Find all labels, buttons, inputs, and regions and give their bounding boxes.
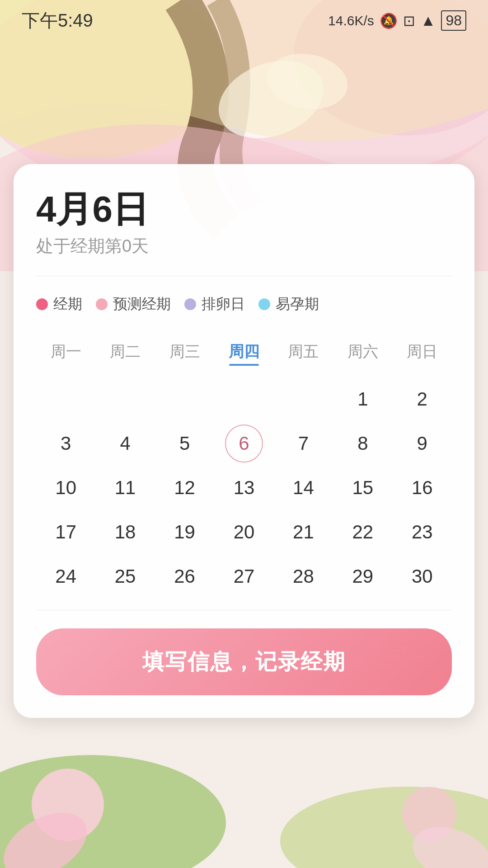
cal-day-21[interactable]: 21 (274, 512, 333, 552)
mute-icon: 🔕 (380, 12, 398, 29)
cal-day-23[interactable]: 23 (393, 512, 452, 552)
cal-day-28[interactable]: 28 (274, 557, 333, 596)
cal-day-6[interactable]: 6 (214, 424, 273, 463)
cal-day-13[interactable]: 13 (214, 468, 273, 508)
predicted-label: 预测经期 (113, 294, 171, 314)
top-divider (36, 276, 452, 276)
record-period-button[interactable]: 填写信息，记录经期 (36, 628, 452, 695)
wifi-icon: ▲ (421, 12, 436, 29)
weekday-headers: 周一 周二 周三 周四 周五 周六 周日 (36, 337, 452, 370)
bottom-divider (36, 610, 452, 610)
weekday-thu: 周四 (214, 337, 273, 370)
period-dot (36, 298, 48, 310)
period-label: 经期 (53, 294, 82, 314)
cal-day-22[interactable]: 22 (333, 512, 392, 552)
date-title: 4月6日 (36, 191, 452, 227)
cal-day-20[interactable]: 20 (214, 512, 273, 552)
legend-fertile: 易孕期 (258, 294, 319, 314)
cal-day-12[interactable]: 12 (155, 468, 214, 508)
cal-day-empty2[interactable] (95, 379, 155, 419)
legend-period: 经期 (36, 294, 82, 314)
status-time: 下午5:49 (22, 8, 93, 33)
cal-day-empty4[interactable] (214, 379, 273, 419)
cal-day-11[interactable]: 11 (95, 468, 155, 508)
cal-day-7[interactable]: 7 (274, 424, 333, 463)
legend-ovulation: 排卵日 (184, 294, 245, 314)
sim-icon: ⊡ (403, 12, 415, 29)
weekday-fri: 周五 (274, 337, 333, 370)
cal-day-14[interactable]: 14 (274, 468, 333, 508)
ovulation-dot (184, 298, 196, 310)
cal-day-3[interactable]: 3 (36, 424, 95, 463)
cal-day-10[interactable]: 10 (36, 468, 95, 508)
cal-day-30[interactable]: 30 (393, 557, 452, 596)
calendar-legend: 经期 预测经期 排卵日 易孕期 (36, 294, 452, 314)
fertile-dot (258, 298, 270, 310)
cal-day-27[interactable]: 27 (214, 557, 273, 596)
cal-day-16[interactable]: 16 (393, 468, 452, 508)
status-bar: 下午5:49 14.6K/s 🔕 ⊡ ▲ 98 (0, 0, 488, 38)
weekday-wed: 周三 (155, 337, 214, 370)
weekday-sun: 周日 (393, 337, 452, 370)
weekday-sat: 周六 (333, 337, 392, 370)
cal-day-5[interactable]: 5 (155, 424, 214, 463)
cal-day-empty1[interactable] (36, 379, 95, 419)
cal-day-9[interactable]: 9 (393, 424, 452, 463)
battery-icon: 98 (441, 10, 466, 31)
ovulation-label: 排卵日 (202, 294, 245, 314)
cal-day-8[interactable]: 8 (333, 424, 392, 463)
network-speed: 14.6K/s (328, 13, 374, 28)
cal-day-29[interactable]: 29 (333, 557, 392, 596)
weekday-tue: 周二 (95, 337, 155, 370)
cal-day-2[interactable]: 2 (393, 379, 452, 419)
cal-day-1[interactable]: 1 (333, 379, 392, 419)
legend-predicted: 预测经期 (96, 294, 171, 314)
cal-day-15[interactable]: 15 (333, 468, 392, 508)
cal-day-24[interactable]: 24 (36, 557, 95, 596)
calendar-card: 4月6日 处于经期第0天 经期 预测经期 排卵日 易孕期 周一 周二 周三 周四… (14, 164, 474, 718)
fertile-label: 易孕期 (276, 294, 319, 314)
cal-day-25[interactable]: 25 (95, 557, 155, 596)
cal-day-empty5[interactable] (274, 379, 333, 419)
cal-day-17[interactable]: 17 (36, 512, 95, 552)
cal-day-19[interactable]: 19 (155, 512, 214, 552)
date-subtitle: 处于经期第0天 (36, 235, 452, 258)
weekday-mon: 周一 (36, 337, 95, 370)
cal-day-18[interactable]: 18 (95, 512, 155, 552)
predicted-dot (96, 298, 108, 310)
calendar-grid: 1 2 3 4 5 6 7 8 9 10 11 12 13 14 15 16 1… (36, 379, 452, 596)
cal-day-empty3[interactable] (155, 379, 214, 419)
status-icons: 14.6K/s 🔕 ⊡ ▲ 98 (328, 10, 466, 31)
cal-day-4[interactable]: 4 (95, 424, 155, 463)
cal-day-26[interactable]: 26 (155, 557, 214, 596)
